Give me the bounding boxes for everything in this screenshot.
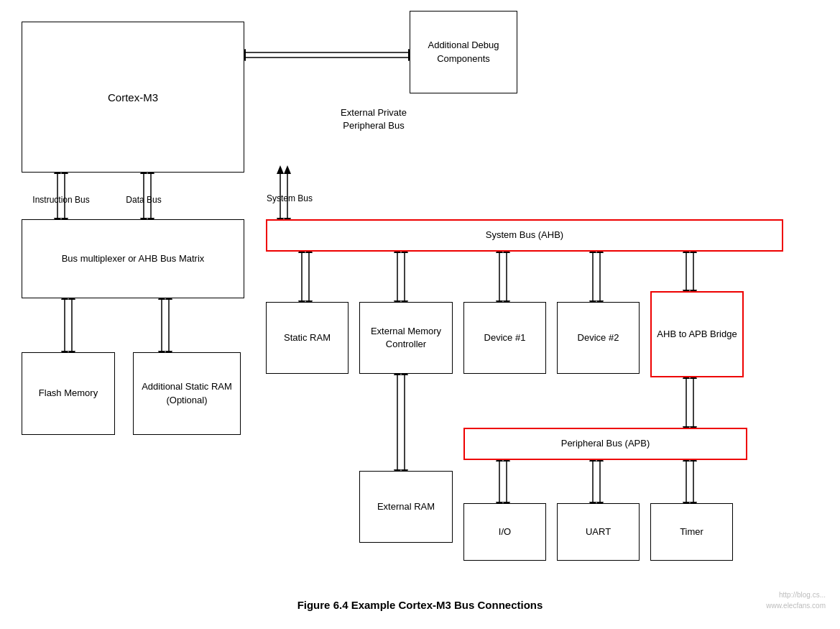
uart-box: UART [557, 503, 640, 561]
static-ram-box: Static RAM [266, 302, 349, 374]
system-bus-ahb-box: System Bus (AHB) [266, 219, 783, 252]
ext-private-bus-label: External Private Peripheral Bus [331, 106, 417, 132]
add-static-ram-label: Additional Static RAM (Optional) [134, 380, 240, 406]
device1-box: Device #1 [463, 302, 546, 374]
system-bus-ahb-label: System Bus (AHB) [486, 229, 563, 242]
instruction-bus-label: Instruction Bus [29, 194, 93, 206]
ahb-apb-bridge-label: AHB to APB Bridge [657, 328, 737, 341]
external-ram-box: External RAM [359, 471, 453, 543]
flash-memory-label: Flash Memory [39, 387, 98, 400]
flash-memory-box: Flash Memory [22, 352, 115, 435]
diagram: Cortex-M3 Additional Debug Components Ex… [0, 0, 840, 629]
cortex-m3-label: Cortex-M3 [108, 90, 158, 105]
uart-label: UART [586, 525, 611, 538]
figure-caption: Figure 6.4 Example Cortex-M3 Bus Connect… [297, 599, 543, 611]
device2-box: Device #2 [557, 302, 640, 374]
timer-box: Timer [650, 503, 733, 561]
ahb-apb-bridge-box: AHB to APB Bridge [650, 291, 744, 377]
device2-label: Device #2 [578, 331, 619, 344]
peripheral-bus-apb-label: Peripheral Bus (APB) [561, 437, 650, 450]
add-static-ram-box: Additional Static RAM (Optional) [133, 352, 241, 435]
svg-marker-19 [277, 165, 284, 174]
cortex-m3-box: Cortex-M3 [22, 22, 244, 173]
additional-debug-label: Additional Debug Components [410, 39, 517, 65]
additional-debug-box: Additional Debug Components [410, 11, 517, 93]
peripheral-bus-apb-box: Peripheral Bus (APB) [463, 428, 747, 460]
ext-mem-ctrl-box: External Memory Controller [359, 302, 453, 374]
ext-mem-ctrl-label: External Memory Controller [360, 325, 452, 351]
io-box: I/O [463, 503, 546, 561]
external-ram-label: External RAM [377, 500, 435, 513]
timer-label: Timer [680, 525, 703, 538]
system-bus-label: System Bus [257, 193, 322, 205]
bus-mux-box: Bus multiplexer or AHB Bus Matrix [22, 219, 244, 298]
bus-mux-label: Bus multiplexer or AHB Bus Matrix [62, 252, 205, 265]
watermark: http://blog.cs... www.elecfans.com [766, 589, 826, 611]
io-label: I/O [499, 525, 511, 538]
static-ram-label: Static RAM [284, 331, 331, 344]
data-bus-label: Data Bus [119, 194, 169, 206]
svg-marker-22 [284, 165, 291, 174]
device1-label: Device #1 [484, 331, 526, 344]
